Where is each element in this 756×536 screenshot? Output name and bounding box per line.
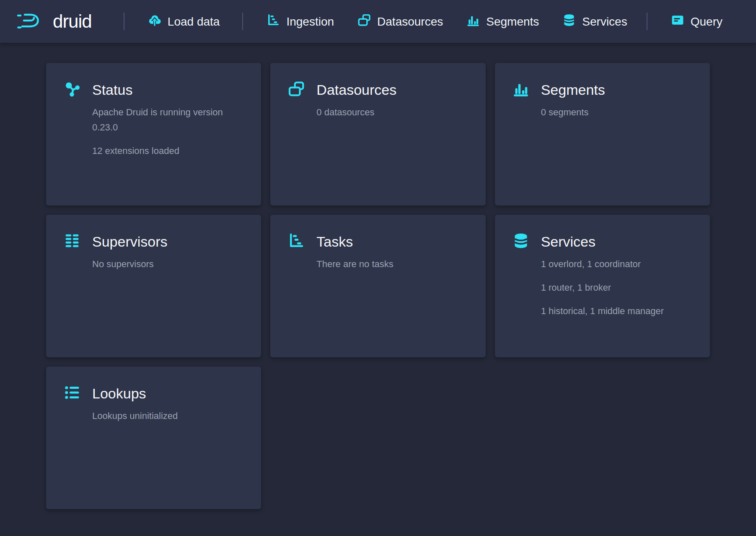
brand-home-link[interactable]: druid [17,11,92,32]
nav-item-label: Services [582,15,627,28]
nav-item-query[interactable]: Query [671,13,722,30]
home-cards-grid: Status Apache Druid is running version 0… [46,63,710,509]
grouped-bar-chart-icon [466,13,480,30]
multi-select-icon [288,81,305,99]
card-line: Lookups uninitialized [92,409,243,424]
nav-item-label: Load data [168,15,220,28]
gantt-chart-icon [267,13,280,30]
gantt-chart-icon [288,232,305,251]
nav-item-label: Ingestion [286,15,334,28]
card-line: 0 segments [541,105,692,120]
card-line: There are no tasks [316,257,468,272]
nav-item-label: Query [691,15,722,28]
card-line: 1 router, 1 broker [541,280,692,295]
card-tasks[interactable]: Tasks There are no tasks [270,215,485,357]
navbar: druid Load data Ingestion Datasources Se… [0,0,756,43]
card-status[interactable]: Status Apache Druid is running version 0… [46,63,261,206]
properties-icon [64,384,80,403]
card-datasources[interactable]: Datasources 0 datasources [270,63,485,206]
list-columns-icon [64,232,80,251]
nav-item-load-data[interactable]: Load data [148,13,220,30]
card-line: Apache Druid is running version 0.23.0 [92,105,243,135]
druid-logo-icon [17,12,47,31]
card-title: Supervisors [92,232,168,251]
card-line: No supervisors [92,257,243,272]
card-line: 0 datasources [316,105,468,120]
nav-divider [242,13,243,30]
database-icon [513,232,529,251]
card-title: Segments [541,81,605,99]
card-title: Datasources [316,81,396,99]
card-segments[interactable]: Segments 0 segments [495,63,710,206]
card-title: Tasks [316,232,353,251]
nav-item-segments[interactable]: Segments [466,13,539,30]
card-lookups[interactable]: Lookups Lookups uninitialized [46,367,261,509]
nav-divider [647,13,647,30]
nav-item-services[interactable]: Services [562,13,627,30]
grouped-bar-chart-icon [513,81,529,99]
card-title: Services [541,232,595,251]
card-title: Lookups [92,384,146,403]
card-line: 1 overlord, 1 coordinator [541,257,692,272]
nav-item-datasources[interactable]: Datasources [357,13,443,30]
card-supervisors[interactable]: Supervisors No supervisors [46,215,261,357]
application-icon [671,13,684,30]
nav-item-label: Datasources [377,15,443,28]
multi-select-icon [357,13,371,30]
nav-divider [124,13,124,30]
cloud-upload-icon [148,13,161,30]
brand-wordmark: druid [53,11,92,32]
nav-item-label: Segments [486,15,539,28]
card-services[interactable]: Services 1 overlord, 1 coordinator 1 rou… [495,215,710,357]
card-title: Status [92,81,132,99]
graph-icon [64,81,80,99]
nav-item-ingestion[interactable]: Ingestion [267,13,334,30]
card-line: 1 historical, 1 middle manager [541,304,692,319]
database-icon [562,13,576,30]
card-line: 12 extensions loaded [92,143,243,159]
